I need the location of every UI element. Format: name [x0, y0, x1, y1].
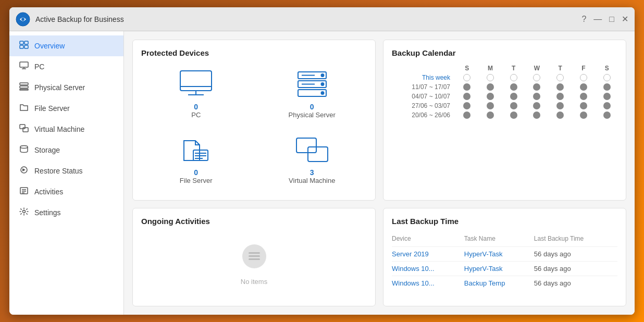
col-device: Device: [392, 233, 464, 247]
cal-dot-0-0: [463, 74, 470, 81]
sidebar-item-restore-status[interactable]: Restore Status: [9, 160, 123, 181]
last-backup-title: Last Backup Time: [392, 217, 617, 226]
cal-header-s1: S: [456, 65, 478, 72]
physical-server-device-icon: [294, 70, 330, 101]
svg-rect-21: [180, 71, 212, 91]
pc-label: PC: [191, 111, 201, 119]
svg-rect-9: [20, 83, 28, 85]
svg-rect-11: [20, 89, 28, 90]
cal-label-this-week: This week: [392, 74, 454, 81]
cal-header-f: F: [573, 65, 595, 72]
settings-icon: [19, 207, 29, 218]
activities-icon: [19, 187, 29, 197]
cal-dot-1-3: [533, 83, 540, 91]
sidebar-item-virtual-machine[interactable]: Virtual Machine: [9, 119, 123, 140]
overview-icon: [19, 41, 29, 51]
no-items-area: No items: [141, 233, 367, 295]
cal-dot-3-2: [510, 102, 517, 109]
sidebar-item-storage[interactable]: Storage: [9, 140, 123, 160]
cal-dot-4-3: [533, 112, 540, 119]
ongoing-activities-title: Ongoing Activities: [141, 217, 367, 226]
backup-table: Device Task Name Last Backup Time Server…: [392, 233, 617, 290]
backup-row-1: Windows 10... HyperV-Task 56 days ago: [392, 262, 617, 276]
sidebar-label-physical-server: Physical Server: [34, 83, 85, 92]
backup-device-2: Windows 10...: [392, 276, 464, 291]
cal-header-t1: T: [503, 65, 524, 72]
svg-rect-42: [249, 258, 260, 260]
sidebar-item-activities[interactable]: Activities: [9, 181, 123, 202]
file-server-count: 0: [194, 168, 198, 177]
cal-dot-3-5: [580, 102, 587, 109]
cal-dot-1-6: [603, 83, 611, 91]
restore-status-icon: [19, 166, 29, 176]
sidebar-item-settings[interactable]: Settings: [9, 202, 123, 223]
app-title: Active Backup for Business: [35, 15, 581, 23]
close-button[interactable]: ✕: [622, 15, 628, 23]
sidebar-label-virtual-machine: Virtual Machine: [34, 125, 84, 133]
col-time: Last Backup Time: [534, 233, 617, 247]
backup-table-header-row: Device Task Name Last Backup Time: [392, 233, 617, 247]
app-logo: [16, 12, 30, 27]
cal-dot-4-6: [603, 112, 611, 119]
pc-count: 0: [194, 103, 198, 111]
minimize-button[interactable]: —: [593, 15, 602, 23]
svg-point-28: [321, 83, 324, 85]
titlebar: Active Backup for Business ? — □ ✕: [9, 7, 635, 31]
main-window: Active Backup for Business ? — □ ✕ Overv…: [9, 7, 635, 315]
svg-rect-6: [20, 62, 28, 67]
cal-dot-2-1: [487, 93, 494, 100]
backup-device-0: Server 2019: [392, 247, 464, 262]
svg-rect-3: [24, 41, 28, 44]
file-server-label: File Server: [180, 177, 213, 184]
last-backup-panel: Last Backup Time Device Task Name Last B…: [383, 208, 626, 306]
svg-point-20: [23, 210, 26, 213]
sidebar: Overview PC: [9, 31, 124, 315]
device-item-virtual-machine[interactable]: 3 Virtual Machine: [257, 130, 367, 190]
sidebar-label-overview: Overview: [34, 42, 65, 50]
cal-dot-4-5: [580, 112, 587, 119]
protected-devices-title: Protected Devices: [141, 48, 367, 57]
file-server-icon: [19, 103, 29, 114]
cal-dot-4-0: [463, 112, 470, 119]
sidebar-item-pc[interactable]: PC: [9, 56, 123, 77]
device-item-file-server[interactable]: 0 File Server: [141, 130, 251, 190]
svg-point-30: [321, 92, 324, 94]
vm-count: 3: [310, 168, 314, 177]
backup-time-1: 56 days ago: [534, 262, 617, 276]
vm-label: Virtual Machine: [289, 177, 335, 184]
window-controls: ? — □ ✕: [581, 15, 628, 23]
help-button[interactable]: ?: [581, 15, 586, 23]
sidebar-item-file-server[interactable]: File Server: [9, 98, 123, 119]
cal-dot-2-0: [463, 93, 470, 100]
cal-dot-3-4: [556, 102, 564, 109]
physical-server-label: Physical Server: [289, 111, 336, 119]
content-area: Protected Devices 0 P: [124, 31, 635, 315]
device-item-pc[interactable]: 0 PC: [141, 65, 251, 124]
backup-calendar-panel: Backup Calendar S M T W T F S This week: [383, 40, 626, 201]
cal-dot-0-5: [580, 74, 587, 81]
cal-dot-0-4: [556, 74, 564, 81]
cal-header-s2: S: [596, 65, 617, 72]
cal-dot-4-1: [487, 112, 494, 119]
cal-dot-2-2: [510, 93, 517, 100]
ongoing-activities-panel: Ongoing Activities No items: [132, 208, 376, 306]
backup-calendar-title: Backup Calendar: [392, 48, 617, 57]
cal-dot-3-0: [463, 102, 470, 109]
file-server-device-icon: [178, 135, 214, 166]
calendar-grid: S M T W T F S This week: [392, 65, 617, 119]
backup-task-0: HyperV-Task: [464, 247, 534, 262]
storage-icon: [19, 145, 29, 155]
device-item-physical-server[interactable]: 0 Physical Server: [257, 65, 367, 124]
svg-point-14: [20, 146, 28, 148]
sidebar-item-physical-server[interactable]: Physical Server: [9, 77, 123, 98]
sidebar-item-overview[interactable]: Overview: [9, 35, 123, 56]
cal-label-row3: 27/06 ~ 03/07: [392, 102, 454, 109]
svg-rect-5: [24, 45, 28, 48]
cal-dot-0-6: [603, 74, 611, 81]
backup-row-2: Windows 10... Backup Temp 56 days ago: [392, 276, 617, 291]
svg-rect-37: [296, 138, 316, 153]
maximize-button[interactable]: □: [609, 15, 614, 23]
col-task: Task Name: [464, 233, 534, 247]
physical-server-count: 0: [310, 103, 314, 111]
svg-rect-41: [249, 255, 260, 257]
